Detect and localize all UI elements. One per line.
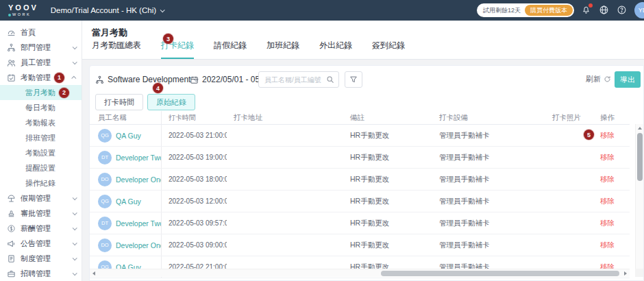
- chevron-down-icon: [73, 60, 77, 64]
- clock-time: 2022-05-03 09:57:00: [162, 212, 227, 234]
- sidebar-item-recruitment-management[interactable]: 招聘管理: [0, 266, 82, 281]
- help-icon[interactable]: [617, 5, 628, 16]
- sidebar-label: 操作紀錄: [25, 178, 55, 188]
- attendance-calendar-icon: [7, 73, 16, 82]
- briefcase-icon: [7, 269, 16, 278]
- sidebar-item-home[interactable]: 首頁: [0, 25, 82, 40]
- employee-name-link[interactable]: QA Guy: [116, 132, 141, 140]
- clock-photo: [545, 234, 593, 256]
- employee-name-link[interactable]: Developer Two: [116, 219, 162, 228]
- sidebar-item-departments[interactable]: 部門管理: [0, 40, 82, 55]
- employee-name-link[interactable]: Developer One: [116, 175, 162, 184]
- buy-paid-version-button[interactable]: 購買付費版本: [525, 5, 573, 16]
- employee-search-input[interactable]: [259, 76, 326, 84]
- sidebar-item-attendance-settings[interactable]: 考勤設置: [0, 145, 82, 160]
- account-name: Demo/Trial Account - HK (Chi): [51, 6, 156, 14]
- logo-dot-icon: [8, 14, 11, 16]
- page-title: 當月考勤: [92, 27, 127, 39]
- remove-link[interactable]: 移除: [600, 175, 615, 184]
- table-row: DTDeveloper Two 2022-05-03 19:00:00 HR手動…: [90, 147, 630, 169]
- sidebar-item-approval-management[interactable]: 審批管理: [0, 206, 82, 221]
- clock-address: [227, 212, 343, 234]
- sidebar-item-employees[interactable]: 員工管理: [0, 55, 82, 70]
- globe-icon[interactable]: [599, 5, 610, 16]
- sidebar-item-leave-management[interactable]: 假期管理: [0, 191, 82, 206]
- col-clock-device: 打卡設備: [432, 111, 545, 124]
- table-row: DTDeveloper Two 2022-05-03 09:57:00 HR手動…: [90, 212, 630, 234]
- clock-address: [227, 169, 343, 190]
- sidebar-label: 招聘管理: [21, 269, 51, 279]
- sidebar-item-payroll-management[interactable]: 薪酬管理: [0, 221, 82, 236]
- remove-link[interactable]: 移除: [600, 241, 615, 250]
- clock-time: 2022-05-03 19:00:00: [162, 147, 227, 168]
- scroll-right-arrow[interactable]: [624, 271, 627, 276]
- logo-line1: YOOV: [8, 4, 38, 12]
- scrollbar-corner: [635, 269, 643, 277]
- chevron-up-icon: [71, 75, 76, 80]
- tab-outing-records[interactable]: 外出紀錄: [319, 40, 352, 59]
- tab-monthly-summary[interactable]: 月考勤匯總表: [92, 40, 141, 59]
- remark: HR手動更改: [343, 234, 432, 256]
- tab-signin-records[interactable]: 簽到紀錄: [372, 40, 405, 59]
- vertical-scroll-thumb[interactable]: [637, 133, 643, 181]
- account-switcher[interactable]: Demo/Trial Account - HK (Chi): [51, 6, 164, 14]
- sidebar-item-daily-attendance[interactable]: 每日考勤: [0, 100, 82, 115]
- sidebar-label: 公告管理: [21, 239, 51, 249]
- sidebar-item-attendance[interactable]: 考勤管理 1: [0, 70, 82, 85]
- clock-address: [227, 125, 343, 146]
- chevron-down-icon: [73, 241, 77, 245]
- table-body: QGQA Guy 2022-05-03 21:00:00 HR手動更改 管理員手…: [90, 125, 630, 281]
- horizontal-scrollbar[interactable]: [90, 269, 630, 277]
- chevron-down-icon: [73, 210, 77, 215]
- trial-days-text: 試用剩餘12天: [483, 6, 521, 15]
- scroll-up-arrow[interactable]: [638, 127, 642, 130]
- export-button[interactable]: 導出: [615, 71, 641, 88]
- user-avatar[interactable]: YD: [634, 2, 644, 19]
- remove-link[interactable]: 移除: [600, 153, 615, 162]
- remark: HR手動更改: [343, 125, 432, 146]
- clock-device: 管理員手動補卡: [432, 125, 545, 146]
- department-value: Software Development: [108, 75, 190, 84]
- chevron-down-icon: [73, 271, 77, 276]
- logo-line2: WORK: [12, 13, 31, 17]
- clock-device: 管理員手動補卡: [432, 234, 545, 256]
- sidebar-label: 考勤管理: [21, 73, 51, 83]
- chevron-down-icon: [73, 195, 77, 200]
- refresh-button[interactable]: 刷新: [586, 74, 611, 84]
- employee-name-link[interactable]: Developer Two: [116, 154, 162, 162]
- calendar-icon: [190, 75, 199, 84]
- remove-link[interactable]: 移除: [600, 131, 615, 140]
- step-badge-3: 3: [163, 34, 173, 44]
- sidebar-item-attendance-report[interactable]: 考勤報表: [0, 115, 82, 130]
- remove-link[interactable]: 移除: [600, 197, 615, 206]
- employee-name-link[interactable]: Developer One: [116, 241, 162, 249]
- yoov-logo: YOOV WORK: [8, 4, 38, 17]
- sidebar-item-policy-management[interactable]: 制度管理: [0, 251, 82, 266]
- policy-book-icon: [7, 254, 16, 263]
- subtab-raw-records[interactable]: 原始紀錄: [147, 94, 195, 110]
- sidebar-item-current-month[interactable]: 當月考勤 2: [0, 85, 82, 100]
- tab-leave-records[interactable]: 請假紀錄: [214, 40, 247, 59]
- clock-photo: [545, 147, 593, 168]
- notification-bell-icon[interactable]: [581, 5, 592, 16]
- chevron-down-icon: [73, 225, 77, 230]
- remove-link[interactable]: 移除: [600, 219, 615, 228]
- sidebar-item-announcement-management[interactable]: 公告管理: [0, 236, 82, 251]
- sidebar-item-reminder-settings[interactable]: 提醒設置: [0, 160, 82, 175]
- tab-overtime-records[interactable]: 加班紀錄: [267, 40, 299, 59]
- sidebar-item-operation-log[interactable]: 操作紀錄: [0, 175, 82, 191]
- employee-name-link[interactable]: QA Guy: [116, 197, 141, 206]
- department-filter[interactable]: Software Development: [95, 71, 197, 88]
- clock-time: 2022-05-03 12:00:00: [162, 191, 227, 212]
- horizontal-scroll-thumb[interactable]: [381, 271, 619, 276]
- scroll-left-arrow[interactable]: [92, 271, 95, 276]
- filter-row: Software Development 2022/05/01 - 05/25 …: [90, 71, 644, 88]
- avatar: QG: [98, 129, 112, 143]
- vertical-scrollbar[interactable]: [635, 124, 643, 277]
- advanced-filter-button[interactable]: [345, 71, 362, 88]
- avatar: QG: [98, 195, 112, 208]
- subtab-clock-time[interactable]: 打卡時間: [95, 94, 143, 110]
- search-icon[interactable]: [326, 75, 334, 84]
- vacation-icon: [7, 194, 16, 203]
- sidebar-item-shift-management[interactable]: 排班管理: [0, 130, 82, 145]
